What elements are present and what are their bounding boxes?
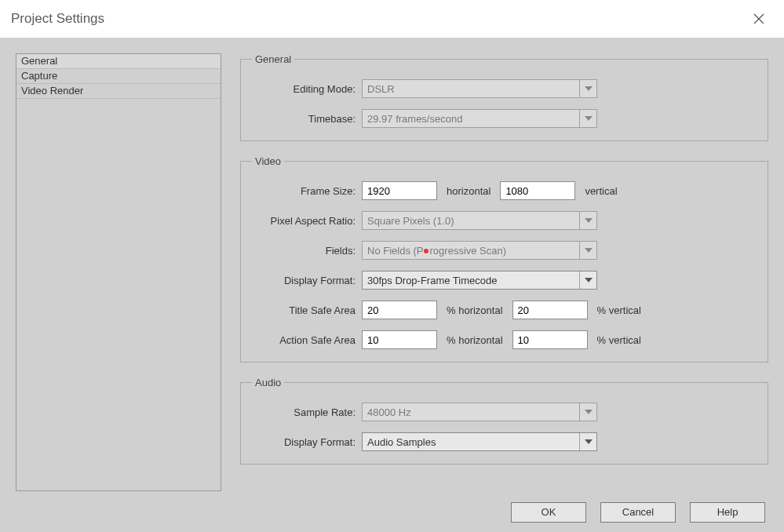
- svg-marker-7: [585, 410, 593, 414]
- action-safe-v-unit: % vertical: [588, 334, 651, 346]
- dropdown-value: 30fps Drop-Frame Timecode: [367, 275, 497, 286]
- frame-width-input[interactable]: [362, 181, 437, 200]
- group-legend: Video: [252, 155, 284, 167]
- help-button[interactable]: Help: [690, 502, 765, 523]
- title-safe-h-unit: % horizontal: [437, 304, 512, 316]
- settings-category-list: General Capture Video Render: [16, 53, 221, 491]
- timebase-dropdown[interactable]: 29.97 frames/second: [362, 109, 597, 128]
- title-safe-h-input[interactable]: [362, 301, 437, 319]
- row-sample-rate: Sample Rate: 48000 Hz: [252, 403, 757, 421]
- chevron-down-icon: [579, 433, 596, 450]
- frame-height-input[interactable]: [500, 181, 575, 200]
- fields-dropdown[interactable]: No Fields (Progressive Scan): [362, 241, 597, 260]
- title-safe-v-unit: % vertical: [588, 304, 651, 316]
- chevron-down-icon: [579, 403, 596, 421]
- label-title-safe: Title Safe Area: [252, 304, 362, 316]
- group-audio: Audio Sample Rate: 48000 Hz Display Form…: [240, 377, 768, 465]
- action-safe-v-input[interactable]: [512, 330, 588, 349]
- group-video: Video Frame Size: horizontal vertical Pi…: [240, 155, 768, 363]
- row-timebase: Timebase: 29.97 frames/second: [252, 109, 757, 128]
- titlebar: Project Settings: [0, 0, 784, 38]
- main-row: General Capture Video Render General Edi…: [16, 53, 768, 491]
- window-title: Project Settings: [11, 11, 745, 27]
- audio-display-format-dropdown[interactable]: Audio Samples: [362, 432, 597, 451]
- row-video-display-format: Display Format: 30fps Drop-Frame Timecod…: [252, 271, 757, 290]
- group-legend: General: [252, 53, 294, 65]
- label-audio-display-format: Display Format:: [252, 436, 362, 448]
- svg-marker-2: [585, 86, 593, 91]
- row-fields: Fields: No Fields (Progressive Scan): [252, 241, 757, 260]
- row-audio-display-format: Display Format: Audio Samples: [252, 432, 757, 451]
- svg-marker-8: [585, 439, 593, 444]
- chevron-down-icon: [579, 242, 596, 259]
- project-settings-window: Project Settings General Capture Video R…: [0, 0, 784, 532]
- pixel-aspect-dropdown[interactable]: Square Pixels (1.0): [362, 211, 597, 230]
- chevron-down-icon: [579, 80, 596, 97]
- row-pixel-aspect: Pixel Aspect Ratio: Square Pixels (1.0): [252, 211, 757, 230]
- sidebar-item-label: Capture: [21, 70, 57, 82]
- label-sample-rate: Sample Rate:: [252, 406, 362, 418]
- sidebar-item-video-render[interactable]: Video Render: [16, 84, 221, 99]
- dialog-button-row: OK Cancel Help: [16, 491, 768, 523]
- sidebar-item-general[interactable]: General: [16, 54, 221, 69]
- label-editing-mode: Editing Mode:: [252, 83, 362, 95]
- row-frame-size: Frame Size: horizontal vertical: [252, 181, 757, 200]
- action-safe-h-input[interactable]: [362, 330, 437, 349]
- dialog-body: General Capture Video Render General Edi…: [0, 38, 784, 532]
- title-safe-v-input[interactable]: [512, 301, 588, 319]
- frame-height-unit: vertical: [575, 185, 626, 197]
- sample-rate-dropdown[interactable]: 48000 Hz: [362, 403, 597, 421]
- dropdown-value: 29.97 frames/second: [367, 113, 462, 125]
- sidebar-item-label: General: [21, 55, 57, 67]
- svg-marker-6: [585, 278, 593, 282]
- group-general: General Editing Mode: DSLR Timebase:: [240, 53, 768, 141]
- chevron-down-icon: [579, 212, 596, 229]
- row-title-safe: Title Safe Area % horizontal % vertical: [252, 301, 757, 319]
- frame-width-unit: horizontal: [437, 185, 500, 197]
- chevron-down-icon: [579, 271, 596, 289]
- dropdown-value: DSLR: [367, 83, 395, 95]
- svg-marker-5: [585, 248, 593, 253]
- label-video-display-format: Display Format:: [252, 275, 362, 286]
- settings-content: General Editing Mode: DSLR Timebase:: [240, 53, 768, 491]
- dropdown-value: Audio Samples: [367, 436, 436, 448]
- row-action-safe: Action Safe Area % horizontal % vertical: [252, 330, 757, 349]
- close-icon: [753, 13, 764, 24]
- recording-indicator-icon: [424, 249, 428, 253]
- ok-button[interactable]: OK: [511, 502, 586, 523]
- video-display-format-dropdown[interactable]: 30fps Drop-Frame Timecode: [362, 271, 597, 290]
- group-legend: Audio: [252, 377, 284, 388]
- svg-marker-4: [585, 218, 593, 223]
- svg-marker-3: [585, 116, 593, 121]
- sidebar-item-label: Video Render: [21, 85, 83, 97]
- label-fields: Fields:: [252, 245, 362, 257]
- dropdown-value: No Fields (Progressive Scan): [367, 245, 506, 257]
- sidebar-item-capture[interactable]: Capture: [16, 69, 221, 84]
- label-timebase: Timebase:: [252, 113, 362, 125]
- row-editing-mode: Editing Mode: DSLR: [252, 79, 757, 98]
- editing-mode-dropdown[interactable]: DSLR: [362, 79, 597, 98]
- dropdown-value: Square Pixels (1.0): [367, 215, 454, 227]
- chevron-down-icon: [579, 110, 596, 127]
- action-safe-h-unit: % horizontal: [437, 334, 512, 346]
- label-pixel-aspect: Pixel Aspect Ratio:: [252, 215, 362, 227]
- label-action-safe: Action Safe Area: [252, 334, 362, 346]
- close-button[interactable]: [745, 5, 773, 33]
- cancel-button[interactable]: Cancel: [600, 502, 676, 523]
- dropdown-value: 48000 Hz: [367, 406, 411, 418]
- label-frame-size: Frame Size:: [252, 185, 362, 197]
